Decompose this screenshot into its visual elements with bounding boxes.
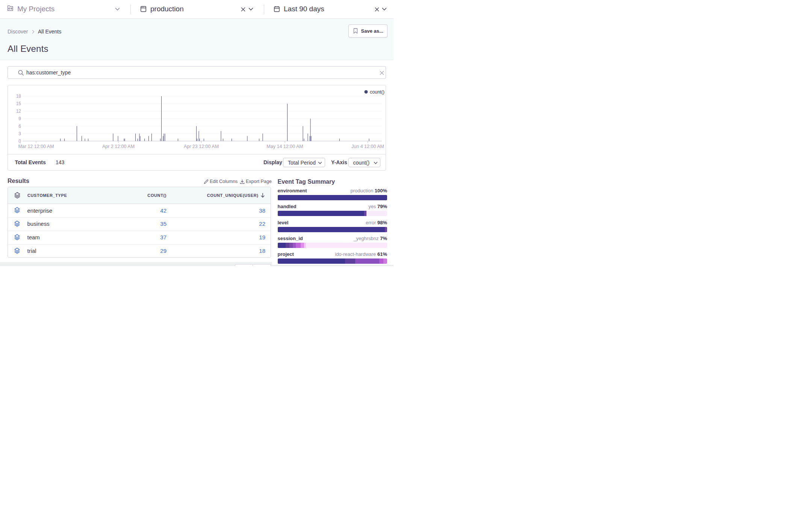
svg-text:0: 0	[18, 139, 21, 144]
svg-text:6: 6	[18, 124, 21, 129]
svg-text:3: 3	[18, 131, 21, 136]
svg-text:Jun 4 12:00 AM: Jun 4 12:00 AM	[351, 144, 384, 149]
svg-text:18: 18	[16, 94, 21, 99]
svg-text:count(): count()	[370, 89, 384, 95]
svg-text:15: 15	[16, 101, 21, 106]
svg-text:Mar 12 12:00 AM: Mar 12 12:00 AM	[18, 144, 54, 149]
svg-text:Apr 2 12:00 AM: Apr 2 12:00 AM	[102, 144, 135, 149]
svg-text:9: 9	[18, 116, 21, 121]
svg-text:Apr 23 12:00 AM: Apr 23 12:00 AM	[184, 144, 219, 149]
svg-text:May 14 12:00 AM: May 14 12:00 AM	[266, 144, 303, 149]
svg-text:12: 12	[16, 109, 21, 114]
